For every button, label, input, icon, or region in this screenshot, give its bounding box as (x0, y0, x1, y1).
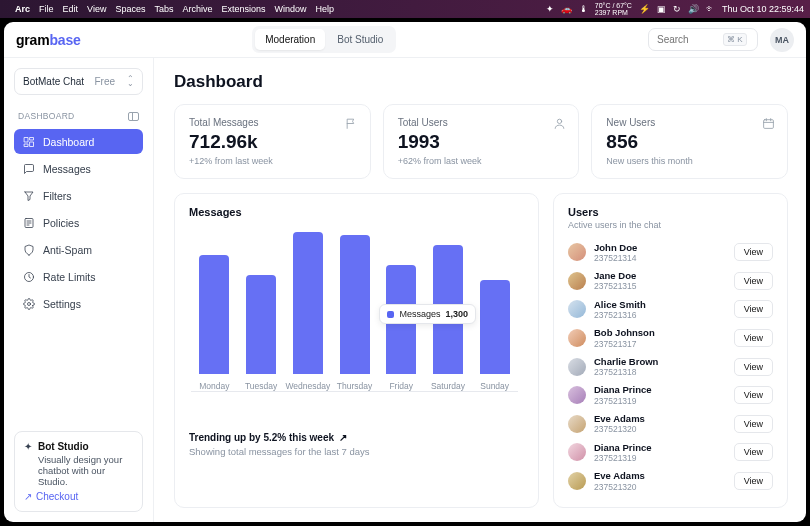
stat-label: Total Messages (189, 117, 356, 128)
stat-card-new-users: New Users 856 New users this month (591, 104, 788, 179)
chart-bar[interactable]: Wednesday (284, 232, 331, 391)
temperature-readout[interactable]: 70°C / 67°C 2397 RPM (595, 2, 632, 16)
sidebar-item-messages[interactable]: Messages (14, 156, 143, 181)
logo-text-right: base (49, 32, 80, 48)
tooltip-swatch (387, 311, 394, 318)
view-user-button[interactable]: View (734, 300, 773, 318)
trend-text: Trending up by 5.2% this week ↗ (189, 432, 524, 443)
chevron-up-down-icon: ⌃⌄ (127, 77, 134, 87)
bar-label: Wednesday (285, 381, 330, 391)
wifi-icon[interactable]: ᯤ (706, 4, 715, 14)
user-name: Diana Prince (594, 384, 726, 395)
tooltip-value: 1,300 (445, 309, 468, 319)
menubar-item[interactable]: Help (316, 4, 335, 14)
bar-fill (246, 275, 276, 374)
user-info: Diana Prince237521319 (594, 442, 726, 464)
calendar-icon (762, 117, 775, 130)
tab-bot-studio[interactable]: Bot Studio (327, 29, 393, 50)
view-user-button[interactable]: View (734, 329, 773, 347)
logo-text-left: gram (16, 32, 49, 48)
promo-cta-link[interactable]: ↗ Checkout (24, 491, 133, 502)
sidebar-item-antispam[interactable]: Anti-Spam (14, 237, 143, 262)
chart-bar[interactable]: Thursday (331, 232, 378, 391)
stat-value: 1993 (398, 131, 565, 153)
menubar-item[interactable]: File (39, 4, 54, 14)
panel-toggle-icon[interactable] (128, 112, 139, 121)
user-avatar-icon (568, 358, 586, 376)
user-row: Alice Smith237521316View (568, 295, 773, 324)
workspace-selector[interactable]: BotMate Chat Free ⌃⌄ (14, 68, 143, 95)
sidebar-item-policies[interactable]: Policies (14, 210, 143, 235)
thermometer-icon[interactable]: 🌡 (579, 4, 588, 14)
stat-label: Total Users (398, 117, 565, 128)
stat-delta: New users this month (606, 156, 773, 166)
chart-bar[interactable]: Sunday (471, 232, 518, 391)
tab-moderation[interactable]: Moderation (255, 29, 325, 50)
bolt-icon[interactable]: ⚡ (639, 4, 650, 14)
stat-card-total-users: Total Users 1993 +62% from last week (383, 104, 580, 179)
app-logo[interactable]: grambase (16, 32, 81, 48)
sync-icon[interactable]: ↻ (673, 4, 681, 14)
user-name: Diana Prince (594, 442, 726, 453)
svg-rect-1 (30, 137, 34, 140)
user-info: Alice Smith237521316 (594, 299, 726, 321)
sidebar-item-dashboard[interactable]: Dashboard (14, 129, 143, 154)
menubar-item[interactable]: View (87, 4, 106, 14)
volume-icon[interactable]: 🔊 (688, 4, 699, 14)
status-icon[interactable]: 🚗 (561, 4, 572, 14)
user-info: Bob Johnson237521317 (594, 327, 726, 349)
battery-icon[interactable]: ▣ (657, 4, 666, 14)
workspace-name: BotMate Chat (23, 76, 84, 87)
user-row: Charlie Brown237521318View (568, 352, 773, 381)
user-name: Eve Adams (594, 470, 726, 481)
page-title: Dashboard (174, 72, 788, 92)
menubar-item[interactable]: Extensions (221, 4, 265, 14)
menubar-item[interactable]: Spaces (115, 4, 145, 14)
user-id: 237521320 (594, 482, 726, 492)
menubar-item[interactable]: Archive (182, 4, 212, 14)
sparkle-icon: ✦ (24, 441, 32, 452)
chart-footer: Trending up by 5.2% this week ↗ Showing … (189, 432, 524, 457)
chart-bar[interactable]: Tuesday (238, 232, 285, 391)
user-avatar[interactable]: MA (770, 28, 794, 52)
menubar-item[interactable]: Window (275, 4, 307, 14)
view-user-button[interactable]: View (734, 243, 773, 261)
user-row: Bob Johnson237521317View (568, 324, 773, 353)
menubar-item[interactable]: Tabs (154, 4, 173, 14)
user-avatar-icon (568, 243, 586, 261)
sidebar-item-filters[interactable]: Filters (14, 183, 143, 208)
search-field[interactable]: ⌘ K (648, 28, 758, 51)
user-id: 237521316 (594, 310, 726, 320)
bar-label: Tuesday (245, 381, 277, 391)
svg-rect-3 (24, 144, 28, 147)
menubar-item[interactable]: Edit (63, 4, 79, 14)
status-icon[interactable]: ✦ (546, 4, 554, 14)
view-user-button[interactable]: View (734, 472, 773, 490)
view-user-button[interactable]: View (734, 415, 773, 433)
menubar-app[interactable]: Arc (15, 4, 30, 14)
view-user-button[interactable]: View (734, 272, 773, 290)
users-title: Users (568, 206, 773, 218)
gauge-icon (22, 270, 35, 283)
view-user-button[interactable]: View (734, 358, 773, 376)
view-user-button[interactable]: View (734, 443, 773, 461)
sidebar-item-ratelimits[interactable]: Rate Limits (14, 264, 143, 289)
chart-title: Messages (189, 206, 524, 218)
chart-bar[interactable]: Monday (191, 232, 238, 391)
flag-icon (345, 117, 358, 130)
user-name: Jane Doe (594, 270, 726, 281)
user-row: Jane Doe237521315View (568, 267, 773, 296)
bar-fill (480, 280, 510, 374)
menubar-datetime[interactable]: Thu Oct 10 22:59:44 (722, 4, 804, 14)
user-icon (553, 117, 566, 130)
user-row: John Doe237521314View (568, 238, 773, 267)
view-user-button[interactable]: View (734, 386, 773, 404)
bar-label: Saturday (431, 381, 465, 391)
user-avatar-icon (568, 329, 586, 347)
user-name: Bob Johnson (594, 327, 726, 338)
user-avatar-icon (568, 443, 586, 461)
search-input[interactable] (657, 34, 717, 45)
user-info: John Doe237521314 (594, 242, 726, 264)
sidebar-item-label: Rate Limits (43, 271, 96, 283)
sidebar-item-settings[interactable]: Settings (14, 291, 143, 316)
